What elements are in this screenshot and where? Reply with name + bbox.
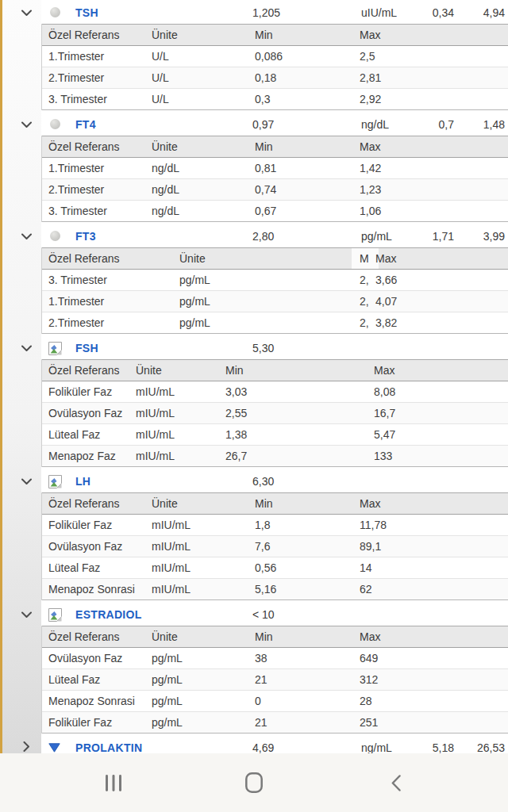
recents-icon (106, 775, 121, 791)
test-max: 26,53 (460, 741, 505, 754)
chevron-down-icon[interactable] (21, 120, 32, 130)
table-row: Foliküler Faz mIU/mL 1,8 11,78 (42, 515, 508, 536)
back-button[interactable] (368, 753, 425, 812)
ref-unit: pg/mL (152, 695, 255, 707)
table-row: 2.Trimester ng/dL 0,74 1,23 (42, 179, 508, 201)
status-dot-icon (50, 7, 60, 17)
test-section-estradiol: ESTRADIOL < 10 Özel Referans Ünite Min M… (0, 602, 508, 733)
image-placeholder-icon (48, 342, 62, 355)
col-max: Max (374, 252, 508, 265)
col-max: Max (374, 364, 508, 377)
table-row: 2.Trimester U/L 0,18 2,81 (42, 67, 508, 89)
ref-min: 0,3 (255, 93, 360, 105)
test-row-ft3[interactable]: FT3 2,80 pg/mL 1,71 3,99 (41, 224, 508, 247)
col-ozel-referans: Özel Referans (42, 364, 136, 377)
ref-max: 16,7 (374, 407, 508, 419)
test-unit: ng/dL (361, 118, 389, 131)
ref-unit: mIU/mL (152, 519, 255, 531)
chevron-down-icon[interactable] (21, 610, 32, 620)
chevron-right-icon[interactable] (21, 741, 32, 752)
reference-table-body: Foliküler Faz mIU/mL 1,8 11,78 Ovülasyon… (42, 515, 508, 600)
col-unite: Ünite (152, 29, 255, 41)
test-unit: pg/mL (361, 230, 392, 243)
ref-max: 1,42 (360, 162, 508, 174)
col-max: Max (360, 29, 508, 41)
test-row-tsh[interactable]: TSH 1,205 uIU/mL 0,34 4,94 (41, 0, 508, 24)
ref-name: Menapoz Sonrasi (42, 583, 152, 596)
ref-min: 1,8 (255, 519, 360, 531)
table-row: Ovülasyon Faz mIU/mL 2,55 16,7 (42, 403, 508, 424)
back-icon (391, 775, 401, 791)
col-min-truncated: M (360, 252, 374, 265)
reference-table-header: Özel Referans Ünite Min Max (42, 492, 508, 515)
ref-unit: ng/dL (152, 183, 255, 196)
ref-name: 2.Trimester (42, 71, 152, 84)
ref-min: 0,67 (255, 205, 360, 217)
test-value: 6,30 (252, 475, 274, 488)
table-row: 1.Trimester U/L 0,086 2,5 (42, 46, 508, 67)
test-row-estradiol[interactable]: ESTRADIOL < 10 (41, 602, 508, 626)
test-section-fsh: FSH 5,30 Özel Referans Ünite Min Max Fol… (0, 335, 508, 467)
test-min: 0,7 (394, 118, 454, 131)
ref-name: Ovülasyon Faz (42, 652, 152, 665)
test-unit: uIU/mL (361, 6, 397, 19)
ref-min: 0,18 (255, 71, 360, 84)
ref-name: 1.Trimester (42, 295, 179, 308)
test-name: LH (75, 475, 90, 488)
ref-unit: ng/dL (152, 162, 255, 174)
table-row: Menapoz Sonrasi pg/mL 0 28 (42, 691, 508, 712)
ref-name: Foliküler Faz (42, 519, 152, 531)
android-navbar (0, 753, 508, 812)
ref-max: 251 (360, 716, 508, 729)
ref-max: 4,07 (374, 295, 508, 308)
ref-name: Ovülasyon Faz (42, 540, 152, 553)
table-row: 1.Trimester pg/mL 2, 4,07 (42, 291, 508, 312)
col-unite: Ünite (152, 497, 255, 510)
chevron-down-icon[interactable] (21, 343, 32, 354)
test-unit: ng/mL (361, 741, 392, 754)
reference-table: Özel Referans Ünite Min Max Ovülasyon Fa… (41, 626, 508, 733)
test-row-lh[interactable]: LH 6,30 (41, 469, 508, 492)
status-dot-icon (50, 119, 60, 129)
test-section-tsh: TSH 1,205 uIU/mL 0,34 4,94 Özel Referans… (0, 0, 508, 110)
table-row: 2.Trimester pg/mL 2, 3,82 (42, 312, 508, 334)
ref-unit: pg/mL (179, 316, 360, 329)
test-value: 2,80 (252, 230, 274, 243)
ref-name: 2.Trimester (42, 316, 179, 329)
ref-unit: mIU/mL (152, 540, 255, 553)
ref-unit: U/L (152, 93, 255, 105)
home-button[interactable] (225, 753, 283, 812)
test-value: 4,69 (252, 741, 274, 754)
col-ozel-referans: Özel Referans (42, 252, 179, 265)
col-ozel-referans: Özel Referans (42, 140, 152, 153)
ref-name: Ovülasyon Faz (42, 407, 136, 419)
test-value: 5,30 (252, 342, 274, 354)
reference-table: Özel Referans Ünite M Max 3. Trimester p… (41, 247, 508, 334)
reference-table-body: Ovülasyon Faz pg/mL 38 649 Lüteal Faz pg… (42, 648, 508, 733)
col-min: Min (255, 497, 360, 510)
reference-table-body: Foliküler Faz mIU/mL 3,03 8,08 Ovülasyon… (42, 381, 508, 467)
table-row: Menapoz Faz mIU/mL 26,7 133 (42, 446, 508, 467)
ref-unit: pg/mL (152, 716, 255, 729)
test-section-ft4: FT4 0,97 ng/dL 0,7 1,48 Özel Referans Ün… (0, 112, 508, 222)
table-row: Lüteal Faz mIU/mL 0,56 14 (42, 557, 508, 579)
chevron-down-icon[interactable] (21, 477, 32, 487)
reference-table-body: 1.Trimester ng/dL 0,81 1,42 2.Trimester … (42, 158, 508, 222)
ref-min: 21 (255, 673, 360, 686)
col-unite: Ünite (152, 630, 255, 643)
reference-table-header: Özel Referans Ünite Min Max (42, 24, 508, 46)
lab-results-screen: TSH 1,205 uIU/mL 0,34 4,94 Özel Referans… (0, 0, 508, 812)
chevron-down-icon[interactable] (21, 232, 32, 242)
ref-min: 7,6 (255, 540, 360, 553)
recents-button[interactable] (85, 753, 142, 812)
chevron-down-icon[interactable] (21, 8, 32, 18)
ref-name: Lüteal Faz (42, 561, 152, 574)
ref-name: Lüteal Faz (42, 673, 152, 686)
ref-min: 5,16 (255, 583, 360, 596)
test-row-ft4[interactable]: FT4 0,97 ng/dL 0,7 1,48 (41, 112, 508, 136)
table-row: Menapoz Sonrasi mIU/mL 5,16 62 (42, 579, 508, 600)
col-min: Min (255, 29, 360, 41)
test-row-fsh[interactable]: FSH 5,30 (41, 335, 508, 359)
test-max: 4,94 (460, 6, 505, 19)
reference-table-header: Özel Referans Ünite M Max (42, 247, 508, 270)
